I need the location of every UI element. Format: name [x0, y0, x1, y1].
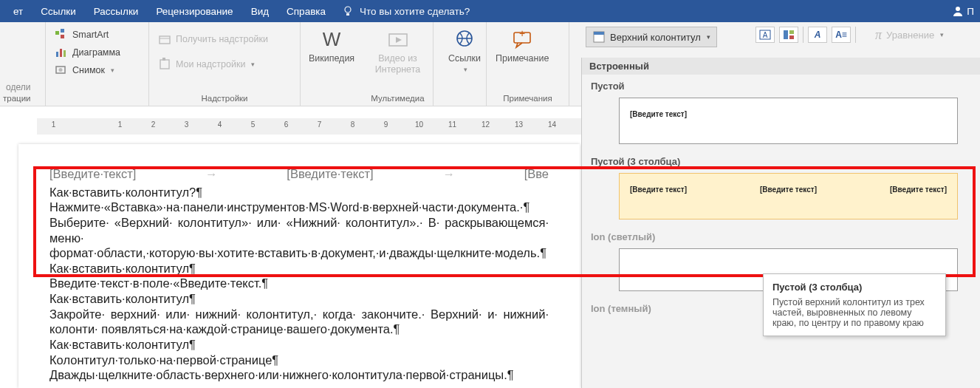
menu-item-review[interactable]: Рецензирование [147, 0, 241, 22]
screenshot-button[interactable]: Снимок▾ [52, 62, 123, 78]
online-video-button[interactable]: Видео из Интернета [369, 25, 427, 92]
tooltip: Пустой (3 столбца) Пустой верхний колонт… [763, 273, 946, 336]
menu-item-links[interactable]: Ссылки [32, 0, 85, 22]
svg-rect-5 [61, 35, 64, 38]
svg-marker-16 [396, 37, 402, 43]
header-gallery-panel: Встроенный Пустой [Введите текст] Пустой… [581, 58, 980, 388]
parts-icon [783, 30, 795, 40]
tab-arrow: → [442, 166, 455, 182]
doc-line[interactable]: Как·вставить·колонтитул¶ [49, 337, 549, 353]
link-icon [453, 28, 476, 52]
gallery-item-3col[interactable]: Пустой (3 столбца) [582, 150, 980, 170]
screenshot-label: Снимок [72, 65, 105, 75]
smartart-label: SmartArt [72, 30, 109, 40]
svg-rect-1 [346, 13, 349, 16]
tooltip-title: Пустой (3 столбца) [772, 282, 936, 293]
user-account[interactable]: П [952, 5, 976, 17]
document-page[interactable]: [Введите·текст] → [Введите·текст] → [Вве… [18, 144, 580, 388]
svg-rect-3 [55, 31, 59, 35]
header-dropdown-button[interactable]: Верхний колонтитул ▾ [586, 27, 717, 47]
smartart-button[interactable]: SmartArt [52, 27, 123, 43]
textbox-button[interactable]: A [755, 27, 775, 43]
preview-blank[interactable]: [Введите текст] [619, 98, 958, 144]
mini-toolbar: A A A≡ π Уравнение ▾ [755, 27, 944, 43]
panel-section-title: Встроенный [582, 58, 980, 75]
wikipedia-label: Википедия [309, 53, 354, 64]
dropcap-icon: A≡ [835, 30, 847, 40]
links-button[interactable]: Ссылки▾ [439, 25, 490, 92]
comment-button[interactable]: + Примечание [493, 25, 552, 92]
svg-rect-21 [594, 32, 604, 35]
chart-button[interactable]: Диаграмма [52, 44, 123, 61]
group-comments-label: Примечания [487, 92, 569, 106]
menu-item[interactable]: ет [4, 0, 32, 22]
svg-point-10 [59, 68, 63, 72]
get-addins-button[interactable]: Получить надстройки [155, 31, 271, 47]
video-icon [386, 28, 410, 52]
menu-item-help[interactable]: Справка [278, 0, 335, 22]
tab-arrow: → [205, 166, 218, 182]
svg-rect-6 [56, 52, 58, 57]
my-addins-button[interactable]: Мои надстройки▾ [155, 56, 271, 72]
chevron-down-icon: ▾ [464, 66, 467, 74]
svg-rect-26 [789, 35, 794, 39]
get-addins-label: Получить надстройки [176, 34, 268, 44]
chart-label: Диаграмма [72, 47, 120, 58]
menubar: ет Ссылки Рассылки Рецензирование Вид Сп… [0, 0, 980, 22]
wordart-button[interactable]: A [808, 27, 827, 43]
smartart-icon [55, 28, 68, 41]
tell-me[interactable]: Что вы хотите сделать? [342, 5, 470, 17]
tell-me-label: Что вы хотите сделать? [360, 6, 470, 17]
tooltip-body: Пустой верхний колонтитул из трех частей… [772, 297, 936, 328]
preview-ph: [Введите текст] [630, 186, 687, 194]
preview-3col[interactable]: [Введите текст] [Введите текст] [Введите… [619, 173, 958, 219]
ruler-marks: 11234567891011121314 [37, 120, 569, 129]
wordart-icon: A [815, 30, 821, 40]
chevron-down-icon: ▾ [940, 31, 944, 38]
menu-item-mailings[interactable]: Рассылки [85, 0, 148, 22]
svg-text:+: + [519, 28, 525, 39]
doc-line[interactable]: Нажмите·«Вставка»·на·панели·инструментов… [49, 200, 549, 215]
header-right[interactable]: [Вве [524, 166, 549, 182]
gallery-item-blank[interactable]: Пустой [582, 75, 980, 95]
quickparts-button[interactable] [779, 27, 798, 43]
header-center[interactable]: [Введите·текст] [287, 166, 373, 182]
links-label: Ссылки [448, 53, 481, 64]
svg-text:W: W [323, 28, 341, 50]
header-fields[interactable]: [Введите·текст] → [Введите·текст] → [Вве [49, 166, 549, 182]
ribbon-truncated: одели [6, 82, 39, 92]
equation-button[interactable]: π Уравнение ▾ [875, 27, 944, 43]
ruler[interactable]: 11234567891011121314 [0, 118, 581, 135]
comment-label: Примечание [496, 53, 549, 64]
doc-line[interactable]: Дважды·щелкните·область·верхнего·или·ниж… [49, 367, 549, 383]
doc-line[interactable]: Введите·текст·в·поле·«Введите·текст.¶ [49, 276, 549, 291]
textbox-icon: A [759, 30, 771, 40]
preview-ph: [Введите текст] [630, 110, 687, 118]
header-dropdown-label: Верхний колонтитул [610, 32, 701, 43]
svg-rect-13 [162, 58, 165, 61]
header-left[interactable]: [Введите·текст] [49, 166, 136, 182]
dropcap-button[interactable]: A≡ [832, 27, 851, 43]
preview-ph: [Введите текст] [890, 186, 947, 194]
doc-line[interactable]: Как·вставить·колонтитул¶ [49, 261, 549, 276]
chart-icon [55, 46, 68, 59]
svg-rect-7 [60, 49, 62, 57]
group-addins-label: Надстройки [149, 92, 300, 106]
comment-icon: + [510, 28, 534, 52]
menu-item-view[interactable]: Вид [242, 0, 278, 22]
group-truncated-label: трации [0, 92, 45, 106]
wikipedia-icon: W [320, 28, 343, 52]
doc-line[interactable]: Как·вставить·колонтитул¶ [49, 291, 549, 307]
gallery-item-ion-light[interactable]: Ion (светлый) [582, 225, 980, 245]
chevron-down-icon: ▾ [707, 33, 710, 41]
chevron-down-icon: ▾ [111, 67, 114, 74]
wikipedia-button[interactable]: W Википедия [306, 25, 357, 92]
chevron-down-icon: ▾ [251, 61, 255, 68]
doc-line[interactable]: Закройте· верхний· или· нижний· колонтит… [49, 307, 549, 337]
doc-line[interactable]: Как·вставить·колонтитул?¶ [49, 185, 549, 200]
svg-rect-25 [789, 30, 794, 34]
doc-line[interactable]: Выберите· «Верхний· колонтитул»· или· «Н… [49, 215, 549, 261]
doc-line[interactable]: Колонтитул·только·на·первой·странице¶ [49, 353, 549, 368]
svg-point-2 [956, 7, 960, 11]
group-media-label: Мультимедиа [363, 92, 433, 106]
